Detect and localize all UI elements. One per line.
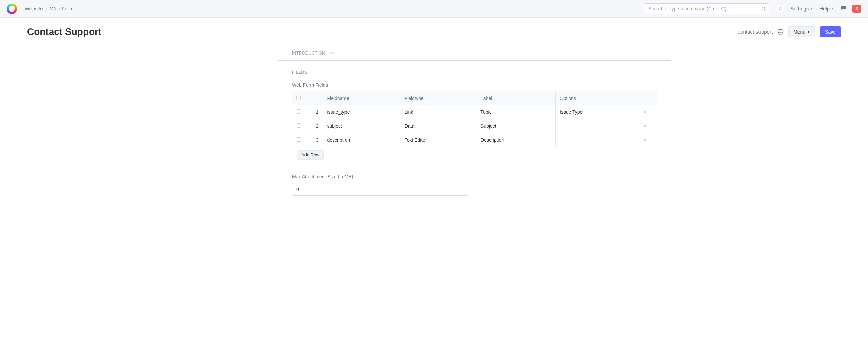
max-attachment-group: Max Attachment Size (in MB) <box>292 174 657 196</box>
navbar-left: › Website › Web Form <box>7 4 644 14</box>
content: INTRODUCTION FIELDS Web Form Fields Fiel… <box>0 46 868 209</box>
search-input[interactable] <box>644 3 769 14</box>
cell-options[interactable] <box>555 133 633 147</box>
page-actions: contact-support Menu ▼ Save <box>738 26 841 37</box>
cell-fieldname[interactable]: issue_type <box>323 105 400 119</box>
caret-down-icon: ▼ <box>807 30 810 34</box>
page-header: Contact Support contact-support Menu ▼ S… <box>0 18 868 46</box>
help-menu[interactable]: Help ▼ <box>819 6 834 12</box>
row-checkbox[interactable] <box>297 137 301 142</box>
settings-label: Settings <box>790 6 809 12</box>
caret-down-icon: ▼ <box>810 7 813 10</box>
chevron-down-icon <box>329 51 334 56</box>
section-introduction-label: INTRODUCTION <box>292 51 325 56</box>
print-icon[interactable] <box>777 29 784 35</box>
select-all-checkbox[interactable] <box>296 96 301 100</box>
web-form-fields-label: Web Form Fields <box>292 82 657 88</box>
page-title: Contact Support <box>27 26 101 37</box>
avatar[interactable]: A <box>776 5 784 13</box>
cell-options[interactable]: Issue Type <box>555 105 633 119</box>
navbar-center <box>644 3 769 14</box>
max-attachment-input[interactable] <box>292 183 468 196</box>
menu-label: Menu <box>793 29 805 35</box>
table-row[interactable]: 1 issue_type Link Topic Issue Type ▼ <box>292 105 657 119</box>
settings-menu[interactable]: Settings ▼ <box>790 6 813 12</box>
breadcrumb-website[interactable]: Website <box>25 6 43 12</box>
row-index: 1 <box>306 105 323 119</box>
cell-fieldtype[interactable]: Link <box>400 105 476 119</box>
cell-fieldtype[interactable]: Data <box>400 119 476 133</box>
table-row[interactable]: 3 description Text Editor Description ▼ <box>292 133 657 147</box>
column-options: Options <box>555 91 633 105</box>
column-label: Label <box>476 91 556 105</box>
help-label: Help <box>819 6 830 12</box>
chevron-right-icon: › <box>20 6 22 12</box>
table-row[interactable]: 2 subject Data Subject ▼ <box>292 119 657 133</box>
column-fieldtype: Fieldtype <box>400 91 476 105</box>
svg-line-1 <box>764 9 765 10</box>
row-index: 3 <box>306 133 323 147</box>
column-check <box>292 91 306 105</box>
navbar: › Website › Web Form A Settings ▼ Help ▼… <box>0 0 868 18</box>
chevron-right-icon: › <box>46 6 47 12</box>
section-fields-label: FIELDS <box>292 70 657 75</box>
menu-button[interactable]: Menu ▼ <box>788 26 815 37</box>
breadcrumb: › Website › Web Form <box>20 6 74 12</box>
add-row-button[interactable]: Add Row <box>297 150 324 160</box>
row-settings-icon[interactable]: ▼ <box>643 124 647 129</box>
save-button[interactable]: Save <box>820 26 841 37</box>
cell-options[interactable] <box>555 119 633 133</box>
cell-label[interactable]: Topic <box>476 105 556 119</box>
caret-down-icon: ▼ <box>831 7 834 10</box>
row-settings-icon[interactable]: ▼ <box>643 138 647 143</box>
web-form-fields-grid: Fieldname Fieldtype Label Options 1 issu… <box>292 91 657 165</box>
grid-footer: Add Row <box>292 147 657 165</box>
row-settings-icon[interactable]: ▼ <box>643 110 647 115</box>
cell-label[interactable]: Subject <box>476 119 556 133</box>
svg-rect-3 <box>779 32 782 34</box>
chat-icon[interactable] <box>840 6 846 12</box>
cell-fieldtype[interactable]: Text Editor <box>400 133 476 147</box>
cell-label[interactable]: Description <box>476 133 556 147</box>
app-logo[interactable] <box>7 4 17 14</box>
search-icon[interactable] <box>761 6 766 11</box>
row-checkbox[interactable] <box>297 123 301 128</box>
row-index: 2 <box>306 119 323 133</box>
column-settings <box>633 91 657 105</box>
table-header-row: Fieldname Fieldtype Label Options <box>292 91 657 105</box>
search-wrap <box>644 3 769 14</box>
column-fieldname: Fieldname <box>323 91 400 105</box>
column-index <box>306 91 323 105</box>
section-introduction[interactable]: INTRODUCTION <box>278 46 671 61</box>
breadcrumb-web-form[interactable]: Web Form <box>50 6 74 12</box>
notification-badge[interactable]: 3 <box>852 5 861 13</box>
section-fields: FIELDS Web Form Fields Fieldname Fieldty… <box>278 61 671 209</box>
cell-fieldname[interactable]: description <box>323 133 400 147</box>
cell-fieldname[interactable]: subject <box>323 119 400 133</box>
row-checkbox[interactable] <box>297 109 301 114</box>
page-slug: contact-support <box>738 29 773 35</box>
navbar-right: A Settings ▼ Help ▼ 3 <box>776 5 861 13</box>
max-attachment-label: Max Attachment Size (in MB) <box>292 174 657 180</box>
form-card: INTRODUCTION FIELDS Web Form Fields Fiel… <box>278 46 671 209</box>
svg-point-0 <box>762 7 765 10</box>
